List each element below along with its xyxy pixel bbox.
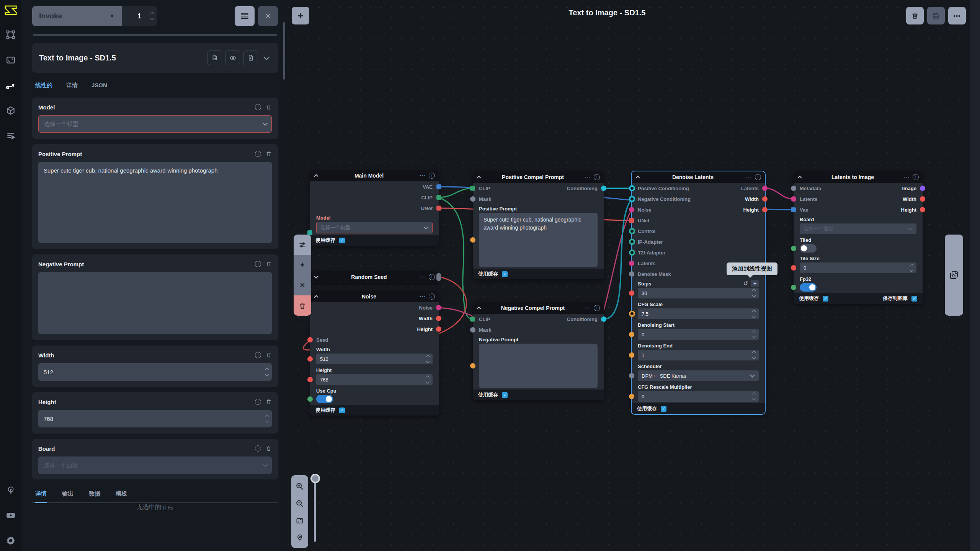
stepper[interactable] (266, 415, 268, 422)
collapse-icon[interactable] (635, 176, 640, 179)
stepper[interactable] (910, 264, 913, 272)
use-cache-checkbox[interactable]: ✓ (502, 392, 508, 398)
negative-prompt-textarea[interactable] (479, 344, 598, 388)
handle-latents-out[interactable] (762, 186, 768, 191)
panel-scrollbar[interactable] (283, 22, 285, 80)
node-random-seed[interactable]: Random Seed ⋯ i (310, 271, 439, 283)
handle-positive-conditioning-in[interactable] (629, 185, 635, 191)
collapse-icon[interactable] (477, 176, 481, 179)
node-positive-compel[interactable]: Positive Compel Prompt ⋯ i CLIP Conditio… (473, 171, 604, 279)
handle-latents-in[interactable] (791, 196, 796, 202)
handle-denoise-mask-in[interactable] (629, 271, 634, 277)
handle-tile-size-in[interactable] (791, 265, 796, 271)
handle-cfg-rescale-in[interactable] (629, 394, 634, 399)
board-select[interactable]: 选择一个面板 (800, 223, 916, 234)
stepper[interactable] (426, 376, 429, 383)
node-negative-compel[interactable]: Negative Compel Prompt ⋯ i CLIP Conditio… (473, 302, 604, 400)
view-workflow-button[interactable] (225, 51, 240, 65)
tab-queue-icon[interactable] (5, 130, 16, 142)
stepper[interactable] (753, 331, 755, 338)
trash-icon[interactable] (266, 352, 272, 358)
handle-mask-in[interactable] (470, 196, 475, 202)
handle-unet-in[interactable] (629, 218, 634, 223)
node-menu-icon[interactable]: ⋯ (585, 305, 591, 311)
handle-width-out[interactable] (436, 316, 441, 321)
handle-fp32-in[interactable] (791, 285, 796, 290)
new-workflow-button[interactable] (243, 51, 258, 65)
tab-inspector-details[interactable]: 详情 (35, 490, 47, 503)
save-workflow-button[interactable] (927, 7, 945, 24)
node-main-model[interactable]: Main Model ⋯ i VAE CLIP UNet Model 选择一个模… (310, 170, 439, 246)
zoom-slider-track[interactable] (314, 478, 316, 542)
trash-icon[interactable] (266, 399, 272, 405)
tiled-toggle[interactable] (800, 244, 817, 253)
collapse-icon[interactable] (477, 306, 481, 310)
node-settings-button[interactable] (294, 235, 311, 255)
tab-canvas-icon[interactable] (5, 29, 16, 41)
positive-prompt-textarea[interactable]: Super cute tiger cub, national geographi… (38, 162, 272, 243)
zoom-out-icon[interactable] (296, 499, 304, 508)
positive-prompt-textarea[interactable]: Super cute tiger cub, national geographi… (479, 213, 598, 267)
invoke-node-button[interactable]: ✦ (294, 255, 311, 275)
handle-seed-in[interactable] (307, 337, 313, 342)
cfg-scale-input[interactable]: 7.5 (638, 308, 759, 319)
handle-scheduler-in[interactable] (629, 373, 634, 378)
handle-denoising-start-in[interactable] (629, 332, 634, 337)
node-menu-icon[interactable]: ⋯ (903, 174, 910, 180)
node-header[interactable]: Negative Compel Prompt ⋯ i (473, 302, 604, 314)
handle-steps-in[interactable] (629, 290, 634, 296)
node-header[interactable]: Latents to Image ⋯ i (794, 171, 923, 183)
denoising-end-input[interactable]: 1 (638, 350, 759, 360)
stepper[interactable] (753, 290, 755, 297)
tab-inspector-data[interactable]: 数据 (89, 490, 100, 502)
node-menu-icon[interactable]: ⋯ (420, 173, 426, 179)
zoom-slider-handle[interactable] (310, 474, 320, 483)
trash-icon[interactable] (266, 151, 272, 157)
handle-image-out[interactable] (920, 186, 925, 191)
reset-icon[interactable]: ↺ (743, 280, 748, 287)
handle-noise-in[interactable] (629, 207, 634, 212)
node-menu-icon[interactable]: ⋯ (585, 174, 591, 180)
handle-noise-out[interactable] (436, 305, 441, 310)
handle-cfg-scale-in[interactable] (629, 311, 635, 317)
trash-icon[interactable] (266, 261, 272, 267)
add-to-linear-button[interactable]: + (751, 280, 759, 287)
stepper[interactable] (266, 368, 268, 376)
handle-use-cpu-in[interactable] (307, 396, 313, 402)
steps-input[interactable]: 30 (638, 288, 759, 298)
handle-width-out[interactable] (920, 196, 925, 202)
cfg-rescale-input[interactable]: 0 (638, 391, 759, 402)
handle-height-out[interactable] (436, 326, 441, 332)
height-input[interactable]: 768 (316, 374, 433, 385)
handle-clip-in[interactable] (470, 317, 475, 322)
handle-height-out[interactable] (920, 207, 925, 212)
fit-view-icon[interactable] (296, 517, 304, 525)
collapse-icon[interactable] (314, 174, 318, 177)
invoke-button[interactable]: Invoke ✦ (32, 6, 122, 26)
handle-negative-conditioning-in[interactable] (629, 196, 635, 202)
cancel-queue-button[interactable]: ✕ (258, 6, 278, 26)
collapse-icon[interactable] (314, 295, 318, 298)
expand-icon[interactable] (314, 276, 318, 279)
stepper[interactable] (753, 310, 755, 318)
handle-ip-adapter-in[interactable] (629, 239, 635, 245)
handle-vae-in[interactable] (791, 207, 796, 212)
handle-denoising-end-in[interactable] (629, 352, 634, 358)
tips-icon[interactable] (5, 484, 16, 496)
tab-json[interactable]: JSON (91, 82, 107, 92)
cancel-button[interactable]: ✕ (294, 275, 311, 295)
handle-clip-out[interactable] (436, 195, 441, 200)
tab-linear[interactable]: 线性的 (35, 82, 52, 92)
fp32-toggle[interactable] (800, 283, 817, 292)
use-cache-checkbox[interactable]: ✓ (661, 406, 666, 412)
use-cache-checkbox[interactable]: ✓ (502, 271, 508, 277)
negative-prompt-textarea[interactable] (38, 272, 272, 334)
handle-metadata-in[interactable] (791, 186, 796, 191)
youtube-icon[interactable] (5, 510, 16, 521)
stepper[interactable] (753, 352, 755, 359)
delete-node-button[interactable] (294, 295, 311, 316)
trash-icon[interactable] (266, 104, 272, 110)
add-node-button[interactable]: + (292, 7, 309, 24)
workflow-menu-button[interactable]: ••• (948, 7, 966, 24)
handle-height-in[interactable] (307, 377, 313, 382)
